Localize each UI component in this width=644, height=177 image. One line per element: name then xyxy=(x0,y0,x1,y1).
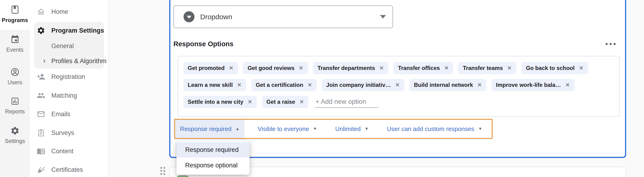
response-option-chip: Transfer teams xyxy=(458,62,516,74)
sidebar-item-matching[interactable]: Matching xyxy=(30,90,108,101)
bar-chart-icon xyxy=(10,96,20,107)
main-content: Dropdown Response Options Get promoted G… xyxy=(109,0,644,177)
chip-remove-icon[interactable] xyxy=(299,99,304,105)
rail-item-label: Programs xyxy=(2,17,28,24)
sidebar-item-label: Surveys xyxy=(51,129,74,137)
chevron-up-icon xyxy=(236,126,240,131)
filter-limit[interactable]: Unlimited xyxy=(330,120,374,138)
chip-remove-icon[interactable] xyxy=(379,65,384,71)
response-option-chip: Get a certification xyxy=(251,79,316,91)
dropdown-circle-icon xyxy=(184,11,194,22)
filter-custom-responses[interactable]: User can add custom responses xyxy=(382,120,487,138)
response-option-chip: Transfer offices xyxy=(394,62,453,74)
chip-remove-icon[interactable] xyxy=(308,82,312,88)
sidebar-item-home[interactable]: Home xyxy=(30,6,108,17)
sidebar-item-label: Matching xyxy=(51,92,77,99)
response-option-chip: Get promoted xyxy=(183,62,238,74)
calendar-icon xyxy=(10,35,20,45)
response-option-chip: Transfer departments xyxy=(313,62,388,74)
home-icon xyxy=(37,8,45,16)
rail-item-users[interactable]: Users xyxy=(0,67,30,86)
response-option-chip: Build internal network xyxy=(410,79,486,91)
response-option-chip: Go back to school xyxy=(522,62,588,74)
open-book-icon xyxy=(37,147,45,155)
sidebar-item-program-settings[interactable]: Program Settings xyxy=(30,25,108,36)
sidebar-item-certificates[interactable]: Certificates xyxy=(30,164,108,175)
question-type-select[interactable]: Dropdown xyxy=(174,6,393,28)
chip-remove-icon[interactable] xyxy=(565,82,570,88)
drag-handle-icon[interactable] xyxy=(160,167,165,175)
chip-row: Settle into a new city Get a raise xyxy=(183,96,614,108)
response-options-header: Response Options xyxy=(174,39,617,49)
chevron-right-icon xyxy=(41,58,48,65)
add-option-input[interactable] xyxy=(315,96,378,108)
response-option-chip: Improve work-life bala… xyxy=(492,79,574,91)
rail-item-label: Users xyxy=(8,79,22,86)
chip-row: Learn a new skill Get a certification Jo… xyxy=(183,79,614,91)
response-option-chip: Get good reviews xyxy=(243,62,308,74)
sidebar-item-label: General xyxy=(51,43,74,50)
response-option-chip: Learn a new skill xyxy=(183,79,246,91)
question-card-active: Dropdown Response Options Get promoted G… xyxy=(169,0,626,158)
rail-item-programs[interactable]: Programs xyxy=(0,5,30,24)
sidebar-item-label: Program Settings xyxy=(51,27,104,34)
chip-remove-icon[interactable] xyxy=(237,82,242,88)
response-options-box: Get promoted Get good reviews Transfer d… xyxy=(178,56,620,117)
people-icon xyxy=(37,91,45,100)
person-add-icon xyxy=(37,73,45,81)
party-popper-icon xyxy=(37,165,45,174)
chip-remove-icon[interactable] xyxy=(229,65,234,71)
rail-item-label: Events xyxy=(6,47,24,53)
chip-remove-icon[interactable] xyxy=(477,82,482,88)
sidebar-item-label: Emails xyxy=(51,111,70,118)
chevron-down-icon xyxy=(365,126,369,131)
gear-icon xyxy=(10,126,20,136)
sidebar-item-emails[interactable]: Emails xyxy=(30,108,108,120)
rail-item-label: Settings xyxy=(5,138,25,144)
program-sidebar: Home Program Settings General Profiles &… xyxy=(30,0,109,177)
menu-option-response-optional[interactable]: Response optional xyxy=(176,157,250,173)
more-horizontal-icon[interactable] xyxy=(604,42,617,47)
sidebar-item-profiles-algorithm[interactable]: Profiles & Algorithm xyxy=(30,55,108,67)
sidebar-item-label: Content xyxy=(51,148,74,155)
chip-remove-icon[interactable] xyxy=(248,99,252,105)
sidebar-item-label: Home xyxy=(51,8,68,16)
response-option-chip: Get a raise xyxy=(262,96,309,108)
sidebar-item-registration[interactable]: Registration xyxy=(30,71,108,82)
chevron-down-icon xyxy=(478,126,482,131)
user-circle-icon xyxy=(10,67,20,78)
chevron-down-icon xyxy=(313,126,317,131)
rail-item-label: Reports xyxy=(5,108,24,115)
response-settings-bar-highlighted: Response required Visible to everyone Un… xyxy=(174,119,492,139)
menu-option-response-required[interactable]: Response required xyxy=(176,142,250,157)
chip-remove-icon[interactable] xyxy=(444,65,449,71)
response-option-chip: Join company initiativ… xyxy=(322,79,404,91)
sidebar-item-surveys[interactable]: Surveys xyxy=(30,127,108,138)
chip-remove-icon[interactable] xyxy=(395,82,400,88)
filter-response-required[interactable]: Response required xyxy=(175,120,244,138)
filter-visibility[interactable]: Visible to everyone xyxy=(253,120,322,138)
clipboard-icon xyxy=(37,129,45,137)
rail-item-settings[interactable]: Settings xyxy=(0,126,30,144)
response-option-chip: Settle into a new city xyxy=(183,96,257,108)
chip-remove-icon[interactable] xyxy=(299,65,304,71)
chevron-down-icon xyxy=(380,15,386,19)
question-type-badge-partial xyxy=(177,175,189,177)
envelope-icon xyxy=(37,110,45,118)
sidebar-item-label: Profiles & Algorithm xyxy=(51,58,107,65)
chip-row: Get promoted Get good reviews Transfer d… xyxy=(183,62,614,74)
chip-remove-icon[interactable] xyxy=(579,65,584,71)
sidebar-item-label: Registration xyxy=(51,73,85,81)
rail-item-reports[interactable]: Reports xyxy=(0,96,30,115)
question-type-value: Dropdown xyxy=(200,13,232,21)
sidebar-item-label: Certificates xyxy=(51,166,83,173)
sidebar-item-content[interactable]: Content xyxy=(30,145,108,157)
book-bookmark-icon xyxy=(10,5,20,16)
section-title: Response Options xyxy=(174,40,234,48)
chip-remove-icon[interactable] xyxy=(507,65,512,71)
gear-icon xyxy=(37,26,45,35)
rail-item-events[interactable]: Events xyxy=(0,35,30,53)
response-required-menu: Response required Response optional xyxy=(176,140,250,175)
sidebar-item-general[interactable]: General xyxy=(30,40,108,52)
icon-rail: Programs Events Users Reports Settings xyxy=(0,0,30,177)
